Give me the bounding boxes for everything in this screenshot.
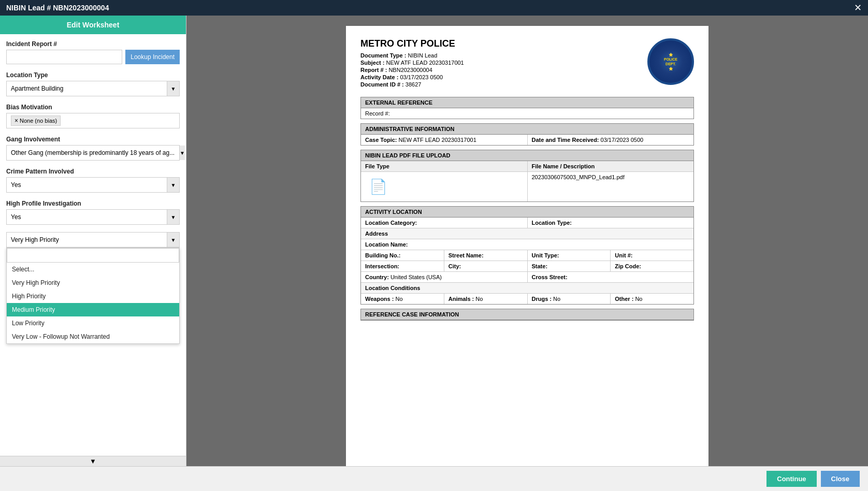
gang-involvement-group: Gang Involvement Other Gang (membership … <box>6 136 180 161</box>
priority-option-medium[interactable]: Medium Priority <box>7 303 179 316</box>
priority-dropdown[interactable]: Very High Priority ▼ <box>6 232 180 248</box>
doc-id: 38627 <box>406 81 422 88</box>
intersection-label: Intersection: <box>365 263 399 269</box>
high-profile-arrow[interactable]: ▼ <box>167 210 179 224</box>
crime-pattern-label: Crime Pattern Involved <box>6 168 180 175</box>
badge-text: ⭐ POLICE DEPT. ⭐ <box>664 52 677 71</box>
intersection-cell: Intersection: <box>361 261 444 271</box>
incident-report-input[interactable] <box>6 50 122 64</box>
location-conditions-header: Location Conditions <box>361 283 693 294</box>
file-name-value: 20230306075003_MNPD_Lead1.pdf <box>532 174 625 180</box>
doc-type: NIBIN Lead <box>408 52 437 59</box>
other-label: Other : <box>615 296 633 302</box>
location-type-select[interactable]: Apartment Building <box>7 81 167 96</box>
priority-option-select[interactable]: Select... <box>7 263 179 276</box>
bias-tag: × None (no bias) <box>11 115 61 126</box>
animals-label: Animals : <box>449 296 474 302</box>
state-cell: State: <box>528 261 611 271</box>
priority-option-very-low[interactable]: Very Low - Followup Not Warranted <box>7 330 179 343</box>
priority-dropdown-open: Select... Very High Priority High Priori… <box>6 248 180 344</box>
weapons-label: Weapons : <box>365 296 394 302</box>
priority-select[interactable]: Very High Priority <box>7 233 167 247</box>
building-no-cell: Building No.: <box>361 250 444 261</box>
location-category-cell: Location Category: <box>361 218 528 228</box>
drugs-value: No <box>553 296 560 302</box>
state-label: State: <box>532 263 548 269</box>
main-window: NIBIN Lead # NBN2023000004 ✕ Edit Worksh… <box>0 0 868 491</box>
bias-tag-remove[interactable]: × <box>15 117 18 124</box>
date-received-label: Date and Time Received: <box>532 137 599 143</box>
building-no-label: Building No.: <box>365 252 400 258</box>
unit-type-label: Unit Type: <box>532 252 559 258</box>
crime-pattern-arrow[interactable]: ▼ <box>167 178 179 192</box>
location-type-cell: Location Type: <box>528 218 694 228</box>
other-cell: Other : No <box>611 294 693 304</box>
close-button[interactable]: Close <box>821 471 860 487</box>
animals-value: No <box>475 296 483 302</box>
location-type-group: Location Type Apartment Building ▼ <box>6 71 180 96</box>
high-profile-select[interactable]: Yes <box>7 210 167 224</box>
police-badge: ⭐ POLICE DEPT. ⭐ <box>647 38 694 85</box>
reference-case-header: REFERENCE CASE INFORMATION <box>361 309 693 320</box>
location-name-cell: Location Name: <box>361 239 693 250</box>
agency-name: METRO CITY POLICE <box>360 38 464 49</box>
bias-motivation-group: Bias Motivation × None (no bias) <box>6 104 180 128</box>
doc-meta: Document Type : NIBIN Lead Subject : NEW… <box>360 52 464 88</box>
case-topic-cell: Case Topic: NEW ATF LEAD 20230317001 <box>361 135 528 145</box>
date-received-value: 03/17/2023 0500 <box>601 137 644 143</box>
file-upload-body: File Type File Name / Description 📄 2023… <box>361 161 693 201</box>
crime-pattern-dropdown[interactable]: Yes ▼ <box>6 177 180 193</box>
animals-cell: Animals : No <box>444 294 528 304</box>
location-category-label: Location Category: <box>365 220 417 226</box>
location-name-row: Location Name: <box>361 239 693 250</box>
priority-option-very-high[interactable]: Very High Priority <box>7 276 179 290</box>
high-profile-group: High Profile Investigation Yes ▼ <box>6 200 180 225</box>
crime-pattern-group: Crime Pattern Involved Yes ▼ <box>6 168 180 193</box>
priority-search-input[interactable] <box>7 248 179 263</box>
case-topic-label: Case Topic: <box>365 137 397 143</box>
unit-num-cell: Unit #: <box>611 250 693 261</box>
gang-involvement-arrow[interactable]: ▼ <box>179 146 185 160</box>
bias-motivation-input[interactable]: × None (no bias) <box>6 113 180 128</box>
crime-pattern-select[interactable]: Yes <box>7 178 167 192</box>
admin-info-header: ADMINISTRATIVE INFORMATION <box>361 124 693 135</box>
file-name-col-header: File Name / Description <box>528 161 694 171</box>
priority-option-high[interactable]: High Priority <box>7 290 179 303</box>
location-type-dropdown[interactable]: Apartment Building ▼ <box>6 81 180 96</box>
drugs-label: Drugs : <box>532 296 552 302</box>
scroll-down-arrow[interactable]: ▼ <box>0 456 186 466</box>
title-bar: NIBIN Lead # NBN2023000004 ✕ <box>0 0 868 16</box>
address-fields-row1: Building No.: Street Name: Unit Type: <box>361 250 693 261</box>
other-value: No <box>635 296 642 302</box>
location-conditions-row: Weapons : No Animals : No Drugs : No <box>361 294 693 304</box>
activity-location-body: Location Category: Location Type: Addres… <box>361 218 693 304</box>
file-upload-section: NIBIN LEAD PDF FILE UPLOAD File Type Fil… <box>360 150 694 202</box>
window-close-button[interactable]: ✕ <box>854 3 862 12</box>
external-reference-header: EXTERNAL REFERENCE <box>361 97 693 108</box>
pdf-file-icon: 📄 <box>365 174 392 199</box>
reference-case-section: REFERENCE CASE INFORMATION <box>360 309 694 321</box>
cross-street-label: Cross Street: <box>532 274 568 280</box>
lookup-incident-button[interactable]: Lookup Incident <box>125 50 180 64</box>
window-title: NIBIN Lead # NBN2023000004 <box>6 4 109 12</box>
country-value: United States (USA) <box>390 274 442 280</box>
gang-involvement-dropdown[interactable]: Other Gang (membership is predominantly … <box>6 145 180 161</box>
location-type-arrow[interactable]: ▼ <box>167 81 179 96</box>
date-received-cell: Date and Time Received: 03/17/2023 0500 <box>528 135 694 145</box>
continue-button[interactable]: Continue <box>766 471 816 487</box>
address-fields-row2: Intersection: City: State: <box>361 261 693 272</box>
edit-worksheet-button[interactable]: Edit Worksheet <box>0 16 186 34</box>
doc-header: METRO CITY POLICE Document Type : NIBIN … <box>360 38 694 89</box>
file-name-cell: 20230306075003_MNPD_Lead1.pdf <box>528 172 694 201</box>
doc-activity-date: 03/17/2023 0500 <box>400 74 443 80</box>
external-reference-row: Record #: <box>361 108 693 119</box>
drugs-cell: Drugs : No <box>528 294 611 304</box>
admin-info-row: Case Topic: NEW ATF LEAD 20230317001 Dat… <box>361 135 693 145</box>
gang-involvement-select[interactable]: Other Gang (membership is predominantly … <box>7 146 179 160</box>
priority-option-low[interactable]: Low Priority <box>7 316 179 330</box>
location-type-label: Location Type <box>6 71 180 79</box>
doc-subject: NEW ATF LEAD 20230317001 <box>386 60 464 66</box>
priority-arrow[interactable]: ▼ <box>167 233 179 247</box>
record-num-label: Record #: <box>365 110 390 117</box>
high-profile-dropdown[interactable]: Yes ▼ <box>6 209 180 225</box>
